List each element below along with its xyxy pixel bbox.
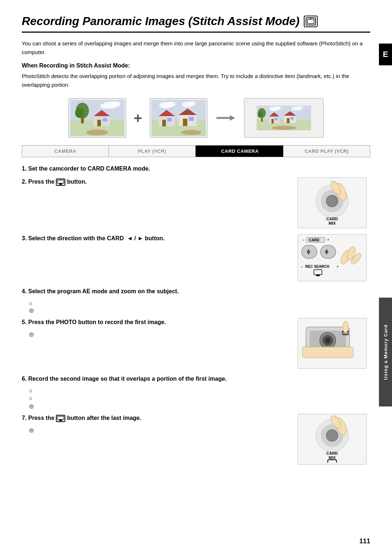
svg-text:MIX: MIX	[328, 221, 336, 225]
step-7-text: 7. Press the button after the last image…	[22, 414, 290, 465]
svg-rect-83	[314, 270, 322, 275]
svg-rect-56	[59, 184, 62, 185]
svg-text:CARD: CARD	[326, 217, 338, 221]
card-mix-image-2: CARD MIX	[298, 414, 367, 465]
section-body: PhotoStitch detects the overlapping port…	[22, 72, 370, 89]
step-5-image: PHOTO	[298, 318, 370, 369]
svg-point-59	[326, 195, 338, 207]
pano-image-1	[68, 98, 126, 138]
svg-text:PHOTO: PHOTO	[343, 332, 352, 335]
svg-rect-24	[179, 115, 197, 126]
tab-play-vcr[interactable]: PLAY (VCR)	[109, 146, 196, 157]
svg-point-99	[326, 430, 338, 441]
svg-point-92	[343, 321, 348, 333]
svg-text:CARD: CARD	[309, 238, 319, 242]
svg-rect-54	[57, 180, 64, 183]
svg-rect-94	[57, 416, 64, 420]
step-7-image: CARD MIX	[298, 414, 370, 465]
svg-rect-45	[284, 116, 296, 123]
svg-text:MIX: MIX	[328, 455, 336, 460]
svg-point-15	[110, 101, 121, 107]
card-nav-image: – CARD + –	[298, 234, 367, 281]
svg-point-16	[100, 103, 109, 109]
svg-text:+: +	[336, 264, 339, 269]
step-6-sub-2	[29, 395, 370, 401]
svg-rect-43	[271, 119, 274, 123]
svg-rect-26	[183, 119, 187, 126]
svg-rect-12	[103, 118, 107, 122]
svg-rect-104	[328, 460, 336, 463]
page-title: Recording Panoramic Images (Stitch Assis…	[22, 15, 370, 33]
mode-tabs: CAMERA PLAY (VCR) CARD CAMERA CARD PLAY …	[22, 145, 370, 157]
step-2-text: 2. Press the button.	[22, 177, 290, 228]
panoramic-images-row: +	[22, 98, 370, 138]
svg-point-30	[166, 102, 176, 107]
photo-image: PHOTO	[298, 318, 367, 369]
section-heading: When Recording in Stitch Assist Mode:	[22, 62, 370, 69]
svg-rect-96	[59, 420, 62, 421]
step-3-image: – CARD + –	[298, 234, 370, 281]
page-number: 111	[359, 537, 370, 545]
svg-point-40	[257, 111, 262, 118]
svg-rect-48	[290, 117, 294, 120]
svg-text:–: –	[302, 237, 305, 242]
svg-rect-23	[167, 118, 172, 122]
svg-rect-27	[189, 117, 194, 121]
page-container: E Using a Memory Card Recording Panorami…	[0, 0, 392, 556]
step-6: 6. Record the second image so that it ov…	[22, 375, 370, 383]
pano-image-2	[150, 98, 208, 138]
svg-rect-11	[97, 120, 101, 126]
step-1: 1. Set the camcorder to CARD CAMERA mode…	[22, 164, 370, 173]
step-5-text: 5. Press the PHOTO button to record the …	[22, 318, 290, 369]
svg-point-49	[271, 126, 296, 130]
card-mix-image-1: CARD MIX	[298, 177, 367, 228]
button-icon-7	[56, 415, 65, 422]
step-2-block: 2. Press the button.	[22, 177, 370, 228]
step-2-image: CARD MIX	[298, 177, 370, 228]
e-tab: E	[379, 44, 392, 65]
step-6-sub-1	[29, 388, 370, 394]
step-7-block: 7. Press the button after the last image…	[22, 414, 370, 465]
side-text: Using a Memory Card	[379, 298, 392, 406]
svg-rect-93	[302, 347, 353, 358]
svg-rect-1	[307, 19, 314, 24]
svg-point-8	[75, 108, 84, 118]
svg-text:–: –	[301, 264, 303, 269]
svg-rect-9	[94, 116, 110, 126]
svg-rect-33	[216, 117, 230, 119]
svg-rect-22	[162, 120, 166, 126]
arrow-right	[215, 113, 237, 123]
svg-marker-34	[230, 115, 235, 120]
svg-rect-84	[316, 274, 320, 276]
title-icon	[304, 16, 318, 27]
step-7-sub-1	[29, 427, 290, 433]
svg-text:CARD: CARD	[326, 451, 338, 455]
plus-sign: +	[134, 110, 142, 126]
svg-point-13	[86, 130, 108, 135]
svg-rect-44	[274, 118, 277, 120]
intro-paragraph: You can shoot a series of overlapping im…	[22, 39, 370, 57]
svg-text:REC SEARCH: REC SEARCH	[305, 265, 329, 269]
step-5-block: 5. Press the PHOTO button to record the …	[22, 318, 370, 369]
svg-point-89	[325, 338, 331, 343]
svg-point-51	[274, 106, 281, 110]
pano-image-3	[244, 98, 324, 138]
svg-point-53	[297, 106, 303, 110]
svg-text:+: +	[327, 237, 329, 242]
step-5-sub-1	[29, 331, 290, 338]
step-6-sub-3	[29, 403, 370, 409]
svg-rect-41	[269, 116, 279, 123]
svg-point-28	[181, 130, 201, 135]
tab-camera[interactable]: CAMERA	[22, 146, 109, 157]
step-3-block: 3. Select the direction with the CARD ◄ …	[22, 234, 370, 281]
svg-rect-47	[287, 118, 290, 123]
step-4-sub-2	[29, 307, 370, 314]
step-3-text: 3. Select the direction with the CARD ◄ …	[22, 234, 290, 281]
tab-card-play-vcr[interactable]: CARD PLAY (VCR)	[283, 146, 370, 157]
svg-rect-20	[159, 116, 175, 126]
step-4: 4. Select the program AE mode and zoom o…	[22, 287, 370, 296]
button-icon-2	[56, 179, 65, 186]
svg-point-32	[188, 101, 196, 106]
tab-card-camera[interactable]: CARD CAMERA	[197, 146, 283, 157]
step-4-sub-1	[29, 300, 370, 306]
